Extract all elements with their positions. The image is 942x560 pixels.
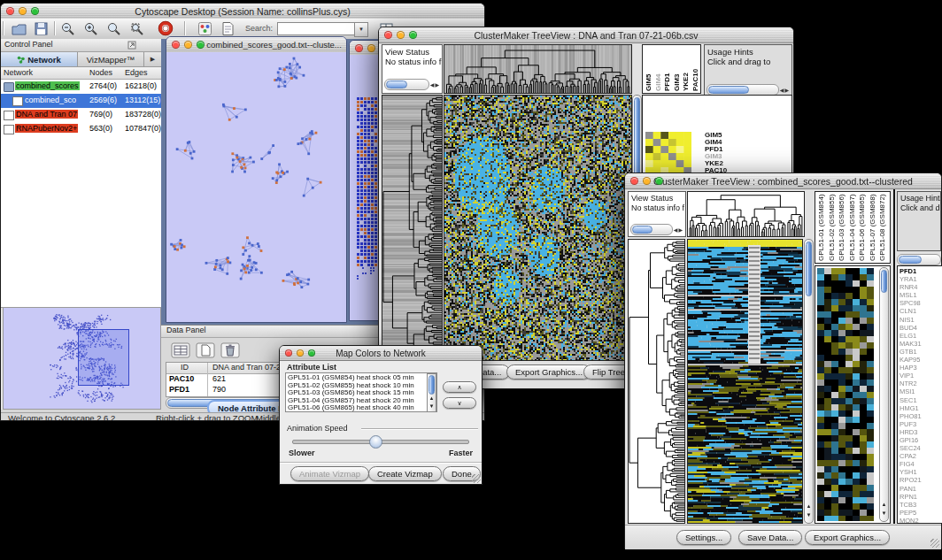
animation-speed-slider[interactable] bbox=[292, 440, 469, 444]
create-vizmap-button[interactable]: Create Vizmap bbox=[368, 466, 442, 481]
tv2-column-label[interactable]: GPL51-02 (GSM855) bbox=[828, 194, 838, 261]
gene-label[interactable]: HRD3 bbox=[900, 428, 922, 436]
column-header[interactable]: Network bbox=[4, 68, 33, 77]
tv1-column-dendrogram[interactable] bbox=[444, 44, 632, 94]
gene-label[interactable]: GPI16 bbox=[900, 436, 922, 444]
tv2-heatmap-vscrollbar[interactable]: ▲▼ bbox=[804, 239, 814, 524]
gene-label[interactable]: KAP95 bbox=[900, 356, 922, 364]
gene-label[interactable]: BUD4 bbox=[900, 324, 922, 332]
column-header[interactable]: Nodes bbox=[89, 68, 112, 77]
gene-label[interactable]: RNR4 bbox=[900, 283, 922, 291]
tab-vizmapper[interactable]: VizMapper™ bbox=[78, 52, 144, 66]
tv2-status-scrollbar[interactable]: ◀▶ bbox=[630, 224, 683, 235]
tv2-column-label[interactable]: GPL51-04 (GSM857) bbox=[848, 194, 859, 261]
id-column-header[interactable]: ID bbox=[181, 363, 189, 372]
network-row[interactable]: DNA and Tran 07769(0)183728(0) bbox=[1, 108, 161, 122]
dialog-resize-grip[interactable] bbox=[472, 474, 481, 483]
open-file-icon[interactable] bbox=[12, 21, 27, 36]
tv2-zoom-heatmap[interactable] bbox=[817, 268, 874, 521]
minimize-icon[interactable] bbox=[297, 349, 304, 357]
zoom-window-icon[interactable] bbox=[197, 41, 205, 49]
gene-label[interactable]: CPA2 bbox=[900, 452, 922, 460]
gene-label[interactable]: SEC1 bbox=[900, 396, 922, 404]
network-name[interactable]: RNAPuberNov2+ bbox=[15, 124, 78, 133]
gene-label[interactable]: MSI1 bbox=[900, 387, 922, 395]
close-icon[interactable] bbox=[384, 31, 392, 39]
attribute-list-vscrollbar[interactable]: ▲▼ bbox=[427, 373, 436, 412]
minimize-icon[interactable] bbox=[643, 177, 651, 185]
tv2-row-dendrogram[interactable] bbox=[628, 239, 685, 524]
tv2-column-label[interactable]: GPL51-08 (GSM872) bbox=[878, 194, 889, 261]
network-view-1-canvas[interactable] bbox=[166, 52, 346, 322]
save-icon[interactable] bbox=[34, 21, 49, 36]
animate-vizmap-button[interactable]: Animate Vizmap bbox=[290, 466, 369, 481]
tv1-column-label[interactable]: YKE2 bbox=[682, 47, 691, 91]
tv2-export-graphics-button[interactable]: Export Graphics... bbox=[805, 530, 890, 545]
network-row[interactable]: RNAPuberNov2+563(0)107847(0) bbox=[1, 122, 161, 136]
main-titlebar[interactable]: Cytoscape Desktop (Session Name: collins… bbox=[1, 4, 484, 19]
column-header[interactable]: Edges bbox=[125, 68, 148, 77]
gene-label[interactable]: YRA1 bbox=[900, 275, 922, 283]
tv1-column-label[interactable]: GIM5 bbox=[645, 47, 654, 91]
gene-label[interactable]: PEP5 bbox=[900, 509, 922, 517]
table-mode-icon[interactable] bbox=[170, 341, 191, 360]
slider-thumb[interactable] bbox=[369, 435, 382, 449]
network-name[interactable]: DNA and Tran 07 bbox=[15, 110, 78, 119]
gene-label[interactable]: RPO21 bbox=[900, 476, 922, 484]
gene-label[interactable]: MSL1 bbox=[900, 291, 922, 299]
vizmapper-icon[interactable] bbox=[197, 21, 212, 36]
tv2-zoom-vscrollbar[interactable]: ▲▼ bbox=[879, 267, 889, 522]
gene-label[interactable]: RPN1 bbox=[900, 493, 922, 501]
tv1-column-label[interactable]: PAC10 bbox=[691, 47, 701, 91]
treeview2-titlebar[interactable]: ClusterMaker TreeView : combined_scores_… bbox=[625, 173, 941, 189]
network-name[interactable]: combined_sco bbox=[24, 96, 77, 104]
tv2-column-label[interactable]: GPL51-06 (GSM865) bbox=[858, 194, 869, 261]
tv2-resize-grip[interactable] bbox=[930, 539, 939, 548]
gene-label[interactable]: SPC98 bbox=[900, 299, 922, 307]
minimize-icon[interactable] bbox=[367, 44, 375, 52]
gene-label[interactable]: NTR2 bbox=[900, 380, 922, 387]
gene-label[interactable]: YSH1 bbox=[900, 468, 922, 476]
close-icon[interactable] bbox=[355, 44, 363, 52]
move-down-button[interactable]: ∨ bbox=[443, 397, 476, 409]
tv2-save-data-button[interactable]: Save Data... bbox=[738, 530, 802, 545]
gene-label[interactable]: GTB1 bbox=[900, 348, 922, 356]
zoom-fit-icon[interactable] bbox=[106, 21, 121, 36]
gene-label[interactable]: NIS1 bbox=[900, 316, 922, 324]
minimize-icon[interactable] bbox=[397, 31, 405, 39]
minimize-icon[interactable] bbox=[184, 41, 192, 49]
attribute-list[interactable]: GPL51-01 (GSM854) heat shock 05 minGPL51… bbox=[285, 372, 437, 412]
gene-label[interactable]: SEC24 bbox=[900, 444, 922, 452]
tab-overflow-button[interactable]: ▶ bbox=[144, 52, 161, 66]
close-icon[interactable] bbox=[6, 7, 14, 15]
tv2-column-label[interactable]: GPL51-03 (GSM856) bbox=[838, 194, 848, 261]
tv2-column-label[interactable]: GPL51-01 (GSM854) bbox=[817, 194, 828, 261]
gene-label[interactable]: PHO81 bbox=[900, 412, 922, 420]
tv1-zoom-heatmap[interactable] bbox=[645, 132, 691, 174]
float-panel-icon[interactable] bbox=[127, 41, 136, 50]
tv2-hints-scrollbar[interactable] bbox=[897, 254, 941, 265]
tv1-heatmap[interactable] bbox=[444, 95, 632, 361]
tv2-settings-button[interactable]: Settings... bbox=[676, 530, 731, 545]
close-icon[interactable] bbox=[630, 177, 638, 185]
network-overview-canvas[interactable] bbox=[3, 307, 161, 410]
tv2-heatmap[interactable] bbox=[687, 239, 803, 524]
zoom-window-icon[interactable] bbox=[655, 177, 663, 185]
gene-label[interactable]: MON2 bbox=[900, 517, 922, 524]
gene-label[interactable]: HAP3 bbox=[900, 364, 922, 372]
network-row[interactable]: combined_scores2764(0)16218(0) bbox=[1, 80, 161, 94]
tab-network[interactable]: Network bbox=[1, 52, 78, 66]
zoom-out-icon[interactable] bbox=[60, 21, 75, 36]
annotation-icon[interactable] bbox=[220, 21, 236, 36]
help-lifebuoy-icon[interactable] bbox=[158, 20, 174, 36]
tv1-column-label[interactable]: GIM4 bbox=[654, 47, 664, 91]
network-row[interactable]: combined_sco2569(6)13112(15) bbox=[1, 94, 161, 108]
gene-label[interactable]: HMG1 bbox=[900, 404, 922, 412]
close-icon[interactable] bbox=[285, 349, 292, 357]
gene-label[interactable]: TCB3 bbox=[900, 501, 922, 509]
gene-label[interactable]: PAN1 bbox=[900, 485, 922, 493]
gene-label[interactable]: PUF3 bbox=[900, 420, 922, 428]
delete-attribute-icon[interactable] bbox=[220, 341, 241, 360]
tv1-column-label[interactable]: GIM3 bbox=[673, 47, 683, 91]
tv1-column-label[interactable]: PFD1 bbox=[663, 47, 673, 91]
